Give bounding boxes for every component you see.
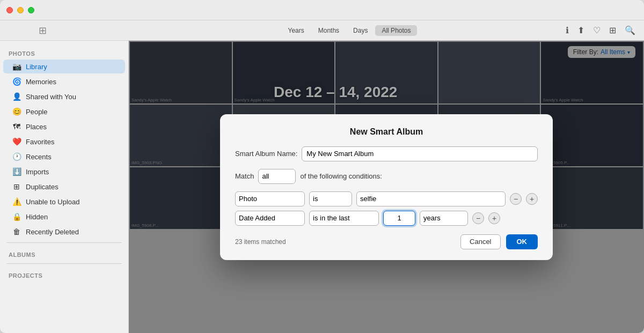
condition2-add-button[interactable]: + bbox=[488, 212, 500, 224]
condition1-value-select[interactable]: selfie screenshot portrait bbox=[356, 191, 506, 206]
share-icon[interactable]: ⬆ bbox=[575, 24, 587, 36]
sidebar-item-duplicates[interactable]: ⊞ Duplicates bbox=[3, 180, 125, 194]
condition2-number-input[interactable] bbox=[383, 211, 415, 226]
condition2-field-select[interactable]: Photo Date Added Album bbox=[235, 211, 305, 226]
sidebar-item-label-library: Library bbox=[26, 63, 47, 71]
nav-months[interactable]: Months bbox=[312, 25, 346, 36]
sidebar-item-label-imports: Imports bbox=[26, 168, 49, 176]
condition1-remove-button[interactable]: − bbox=[510, 193, 522, 205]
sidebar: Photos 📷 Library 🌀 Memories 👤 Shared wit… bbox=[0, 41, 129, 333]
smart-album-modal: New Smart Album Smart Album Name: Match … bbox=[220, 114, 553, 260]
topbar-left: ⊞ bbox=[6, 25, 135, 36]
close-button[interactable] bbox=[6, 7, 13, 13]
match-label-after: of the following conditions: bbox=[300, 172, 382, 180]
album-name-label: Smart Album Name: bbox=[235, 150, 297, 158]
sidebar-item-places[interactable]: 🗺 Places bbox=[3, 120, 125, 134]
sidebar-item-label-duplicates: Duplicates bbox=[26, 183, 58, 191]
sidebar-divider-2 bbox=[6, 263, 122, 264]
duplicates-icon: ⊞ bbox=[12, 182, 21, 191]
library-icon: 📷 bbox=[12, 62, 21, 71]
minimize-button[interactable] bbox=[17, 7, 24, 13]
maximize-button[interactable] bbox=[28, 7, 34, 13]
nav-allphotos[interactable]: All Photos bbox=[375, 25, 417, 36]
match-label-before: Match bbox=[235, 172, 254, 180]
modal-overlay: New Smart Album Smart Album Name: Match … bbox=[129, 41, 644, 333]
match-row: Match all any of the following condition… bbox=[235, 169, 538, 184]
layout-icon[interactable]: ⊞ bbox=[607, 24, 618, 36]
sidebar-item-label-recents: Recents bbox=[26, 153, 52, 161]
album-name-row: Smart Album Name: bbox=[235, 146, 538, 161]
shared-icon: 👤 bbox=[12, 92, 21, 101]
info-icon[interactable]: ℹ bbox=[564, 24, 571, 36]
modal-footer: 23 items matched Cancel OK bbox=[235, 234, 538, 249]
sidebar-item-label-hidden: Hidden bbox=[26, 213, 48, 221]
topbar-center: Years Months Days All Photos bbox=[135, 25, 564, 36]
recently-deleted-icon: 🗑 bbox=[12, 227, 21, 236]
sidebar-item-label-unable-upload: Unable to Upload bbox=[26, 198, 79, 206]
topbar: ⊞ Years Months Days All Photos ℹ ⬆ ♡ ⊞ 🔍 bbox=[0, 20, 644, 41]
sidebar-item-imports[interactable]: ⬇️ Imports bbox=[3, 165, 125, 179]
titlebar bbox=[0, 0, 644, 20]
sidebar-item-favorites[interactable]: ❤️ Favorites bbox=[3, 135, 125, 149]
sidebar-item-shared[interactable]: 👤 Shared with You bbox=[3, 90, 125, 103]
match-select[interactable]: all any bbox=[258, 169, 296, 184]
sidebar-divider-1 bbox=[6, 242, 122, 243]
unable-upload-icon: ⚠️ bbox=[12, 197, 21, 206]
hidden-icon: 🔒 bbox=[12, 212, 21, 221]
people-icon: 😊 bbox=[12, 107, 21, 116]
sidebar-section-photos: Photos bbox=[0, 45, 128, 59]
condition1-add-button[interactable]: + bbox=[526, 193, 538, 205]
heart-icon[interactable]: ♡ bbox=[591, 24, 603, 36]
sidebar-item-recently-deleted[interactable]: 🗑 Recently Deleted bbox=[3, 225, 125, 239]
condition1-operator-select[interactable]: is is not contains bbox=[309, 191, 352, 206]
sidebar-item-label-places: Places bbox=[26, 123, 47, 131]
condition2-operator-select[interactable]: is in the last is not in the last is bef… bbox=[309, 211, 379, 226]
nav-years[interactable]: Years bbox=[282, 25, 311, 36]
search-icon[interactable]: 🔍 bbox=[623, 24, 638, 36]
album-name-input[interactable] bbox=[302, 146, 538, 161]
items-matched-label: 23 items matched bbox=[235, 238, 460, 246]
condition2-units-select[interactable]: days weeks months years bbox=[420, 211, 468, 226]
recents-icon: 🕐 bbox=[12, 152, 21, 161]
sidebar-item-people[interactable]: 😊 People bbox=[3, 105, 125, 119]
main-window: ⊞ Years Months Days All Photos ℹ ⬆ ♡ ⊞ 🔍… bbox=[0, 0, 644, 333]
condition1-field-select[interactable]: Photo Date Added Album bbox=[235, 191, 305, 206]
sidebar-item-label-memories: Memories bbox=[26, 78, 56, 86]
sidebar-item-recents[interactable]: 🕐 Recents bbox=[3, 150, 125, 164]
condition2-remove-button[interactable]: − bbox=[472, 212, 484, 224]
sidebar-item-hidden[interactable]: 🔒 Hidden bbox=[3, 210, 125, 224]
condition-row-2: Photo Date Added Album is in the last is… bbox=[235, 211, 538, 226]
sidebar-item-memories[interactable]: 🌀 Memories bbox=[3, 75, 125, 88]
favorites-icon: ❤️ bbox=[12, 137, 21, 146]
photos-library-icon[interactable]: ⊞ bbox=[39, 25, 47, 36]
topbar-right: ℹ ⬆ ♡ ⊞ 🔍 bbox=[564, 24, 638, 36]
sidebar-section-projects: Projects bbox=[0, 267, 128, 281]
places-icon: 🗺 bbox=[12, 122, 21, 131]
imports-icon: ⬇️ bbox=[12, 167, 21, 176]
sidebar-section-albums: Albums bbox=[0, 246, 128, 260]
cancel-button[interactable]: Cancel bbox=[460, 234, 500, 249]
memories-icon: 🌀 bbox=[12, 77, 21, 86]
sidebar-item-unable-upload[interactable]: ⚠️ Unable to Upload bbox=[3, 195, 125, 209]
content-area: Sandy's Apple Watch Sandy's Apple Watch … bbox=[129, 41, 644, 333]
condition-row-1: Photo Date Added Album is is not contain… bbox=[235, 191, 538, 206]
modal-title: New Smart Album bbox=[235, 127, 538, 137]
sidebar-item-library[interactable]: 📷 Library bbox=[3, 60, 125, 73]
sidebar-item-label-recently-deleted: Recently Deleted bbox=[26, 228, 79, 236]
sidebar-item-label-shared: Shared with You bbox=[26, 93, 76, 101]
sidebar-item-label-favorites: Favorites bbox=[26, 138, 54, 146]
main-area: Photos 📷 Library 🌀 Memories 👤 Shared wit… bbox=[0, 41, 644, 333]
nav-days[interactable]: Days bbox=[347, 25, 374, 36]
ok-button[interactable]: OK bbox=[506, 234, 538, 249]
sidebar-item-label-people: People bbox=[26, 108, 47, 116]
